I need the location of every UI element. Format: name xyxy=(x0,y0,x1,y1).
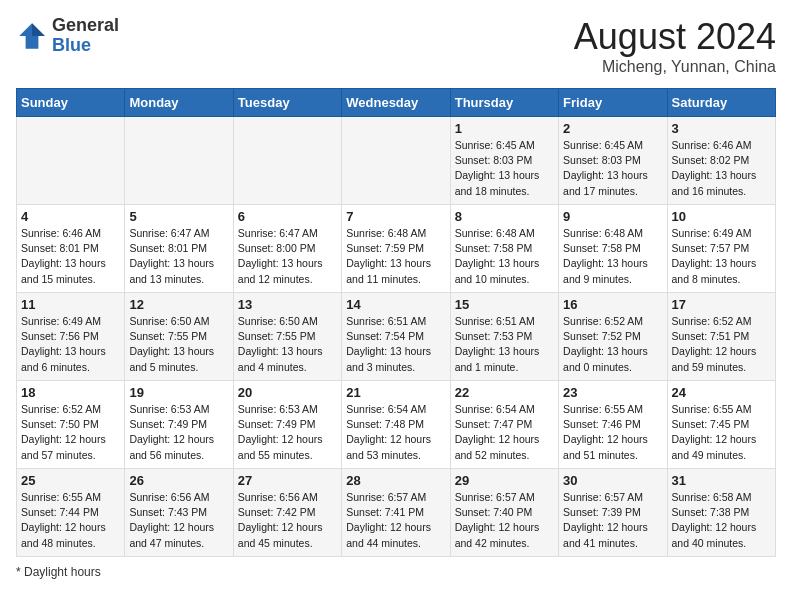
month-title: August 2024 xyxy=(574,16,776,58)
day-number: 18 xyxy=(21,385,120,400)
day-number: 16 xyxy=(563,297,662,312)
calendar-cell: 9Sunrise: 6:48 AM Sunset: 7:58 PM Daylig… xyxy=(559,205,667,293)
logo-blue-text: Blue xyxy=(52,36,119,56)
day-number: 31 xyxy=(672,473,771,488)
calendar-cell: 18Sunrise: 6:52 AM Sunset: 7:50 PM Dayli… xyxy=(17,381,125,469)
weekday-header: Wednesday xyxy=(342,89,450,117)
calendar-cell: 1Sunrise: 6:45 AM Sunset: 8:03 PM Daylig… xyxy=(450,117,558,205)
calendar-cell: 3Sunrise: 6:46 AM Sunset: 8:02 PM Daylig… xyxy=(667,117,775,205)
day-number: 3 xyxy=(672,121,771,136)
weekday-header: Thursday xyxy=(450,89,558,117)
calendar-cell: 28Sunrise: 6:57 AM Sunset: 7:41 PM Dayli… xyxy=(342,469,450,557)
calendar-cell: 22Sunrise: 6:54 AM Sunset: 7:47 PM Dayli… xyxy=(450,381,558,469)
day-number: 17 xyxy=(672,297,771,312)
calendar-cell: 11Sunrise: 6:49 AM Sunset: 7:56 PM Dayli… xyxy=(17,293,125,381)
calendar-cell: 26Sunrise: 6:56 AM Sunset: 7:43 PM Dayli… xyxy=(125,469,233,557)
day-info: Sunrise: 6:55 AM Sunset: 7:44 PM Dayligh… xyxy=(21,490,120,551)
weekday-header: Tuesday xyxy=(233,89,341,117)
day-info: Sunrise: 6:49 AM Sunset: 7:56 PM Dayligh… xyxy=(21,314,120,375)
day-info: Sunrise: 6:57 AM Sunset: 7:39 PM Dayligh… xyxy=(563,490,662,551)
calendar-cell: 30Sunrise: 6:57 AM Sunset: 7:39 PM Dayli… xyxy=(559,469,667,557)
day-number: 9 xyxy=(563,209,662,224)
calendar-cell: 5Sunrise: 6:47 AM Sunset: 8:01 PM Daylig… xyxy=(125,205,233,293)
day-info: Sunrise: 6:48 AM Sunset: 7:59 PM Dayligh… xyxy=(346,226,445,287)
day-info: Sunrise: 6:50 AM Sunset: 7:55 PM Dayligh… xyxy=(129,314,228,375)
weekday-header: Sunday xyxy=(17,89,125,117)
calendar-week-row: 11Sunrise: 6:49 AM Sunset: 7:56 PM Dayli… xyxy=(17,293,776,381)
day-number: 14 xyxy=(346,297,445,312)
day-info: Sunrise: 6:48 AM Sunset: 7:58 PM Dayligh… xyxy=(455,226,554,287)
day-info: Sunrise: 6:48 AM Sunset: 7:58 PM Dayligh… xyxy=(563,226,662,287)
weekday-header: Monday xyxy=(125,89,233,117)
day-number: 23 xyxy=(563,385,662,400)
day-number: 8 xyxy=(455,209,554,224)
weekday-header: Saturday xyxy=(667,89,775,117)
day-info: Sunrise: 6:57 AM Sunset: 7:41 PM Dayligh… xyxy=(346,490,445,551)
day-info: Sunrise: 6:46 AM Sunset: 8:02 PM Dayligh… xyxy=(672,138,771,199)
calendar-cell: 24Sunrise: 6:55 AM Sunset: 7:45 PM Dayli… xyxy=(667,381,775,469)
logo-icon xyxy=(16,20,48,52)
day-number: 26 xyxy=(129,473,228,488)
location-subtitle: Micheng, Yunnan, China xyxy=(574,58,776,76)
day-number: 12 xyxy=(129,297,228,312)
day-number: 11 xyxy=(21,297,120,312)
day-info: Sunrise: 6:50 AM Sunset: 7:55 PM Dayligh… xyxy=(238,314,337,375)
calendar-week-row: 1Sunrise: 6:45 AM Sunset: 8:03 PM Daylig… xyxy=(17,117,776,205)
day-info: Sunrise: 6:46 AM Sunset: 8:01 PM Dayligh… xyxy=(21,226,120,287)
day-number: 15 xyxy=(455,297,554,312)
day-number: 2 xyxy=(563,121,662,136)
calendar-cell: 4Sunrise: 6:46 AM Sunset: 8:01 PM Daylig… xyxy=(17,205,125,293)
day-number: 24 xyxy=(672,385,771,400)
day-number: 1 xyxy=(455,121,554,136)
calendar-cell: 12Sunrise: 6:50 AM Sunset: 7:55 PM Dayli… xyxy=(125,293,233,381)
day-number: 19 xyxy=(129,385,228,400)
day-info: Sunrise: 6:52 AM Sunset: 7:50 PM Dayligh… xyxy=(21,402,120,463)
calendar-cell: 15Sunrise: 6:51 AM Sunset: 7:53 PM Dayli… xyxy=(450,293,558,381)
day-number: 21 xyxy=(346,385,445,400)
day-info: Sunrise: 6:56 AM Sunset: 7:42 PM Dayligh… xyxy=(238,490,337,551)
day-info: Sunrise: 6:53 AM Sunset: 7:49 PM Dayligh… xyxy=(129,402,228,463)
day-number: 5 xyxy=(129,209,228,224)
day-info: Sunrise: 6:55 AM Sunset: 7:45 PM Dayligh… xyxy=(672,402,771,463)
page-header: General Blue August 2024 Micheng, Yunnan… xyxy=(16,16,776,76)
calendar-cell: 7Sunrise: 6:48 AM Sunset: 7:59 PM Daylig… xyxy=(342,205,450,293)
day-number: 30 xyxy=(563,473,662,488)
logo-general-text: General xyxy=(52,16,119,36)
day-info: Sunrise: 6:55 AM Sunset: 7:46 PM Dayligh… xyxy=(563,402,662,463)
calendar-cell: 16Sunrise: 6:52 AM Sunset: 7:52 PM Dayli… xyxy=(559,293,667,381)
day-info: Sunrise: 6:57 AM Sunset: 7:40 PM Dayligh… xyxy=(455,490,554,551)
day-info: Sunrise: 6:51 AM Sunset: 7:53 PM Dayligh… xyxy=(455,314,554,375)
day-info: Sunrise: 6:49 AM Sunset: 7:57 PM Dayligh… xyxy=(672,226,771,287)
day-number: 20 xyxy=(238,385,337,400)
calendar-cell xyxy=(233,117,341,205)
day-number: 22 xyxy=(455,385,554,400)
calendar-cell: 21Sunrise: 6:54 AM Sunset: 7:48 PM Dayli… xyxy=(342,381,450,469)
day-number: 27 xyxy=(238,473,337,488)
calendar-cell: 6Sunrise: 6:47 AM Sunset: 8:00 PM Daylig… xyxy=(233,205,341,293)
day-number: 28 xyxy=(346,473,445,488)
svg-marker-1 xyxy=(32,23,45,36)
calendar-cell: 2Sunrise: 6:45 AM Sunset: 8:03 PM Daylig… xyxy=(559,117,667,205)
day-info: Sunrise: 6:47 AM Sunset: 8:01 PM Dayligh… xyxy=(129,226,228,287)
day-number: 13 xyxy=(238,297,337,312)
day-info: Sunrise: 6:54 AM Sunset: 7:47 PM Dayligh… xyxy=(455,402,554,463)
calendar-cell xyxy=(125,117,233,205)
calendar-cell: 10Sunrise: 6:49 AM Sunset: 7:57 PM Dayli… xyxy=(667,205,775,293)
calendar-cell xyxy=(342,117,450,205)
day-info: Sunrise: 6:56 AM Sunset: 7:43 PM Dayligh… xyxy=(129,490,228,551)
day-number: 6 xyxy=(238,209,337,224)
calendar-cell: 14Sunrise: 6:51 AM Sunset: 7:54 PM Dayli… xyxy=(342,293,450,381)
calendar-cell: 23Sunrise: 6:55 AM Sunset: 7:46 PM Dayli… xyxy=(559,381,667,469)
day-number: 10 xyxy=(672,209,771,224)
calendar-week-row: 4Sunrise: 6:46 AM Sunset: 8:01 PM Daylig… xyxy=(17,205,776,293)
calendar-cell: 17Sunrise: 6:52 AM Sunset: 7:51 PM Dayli… xyxy=(667,293,775,381)
calendar-cell: 29Sunrise: 6:57 AM Sunset: 7:40 PM Dayli… xyxy=(450,469,558,557)
day-info: Sunrise: 6:58 AM Sunset: 7:38 PM Dayligh… xyxy=(672,490,771,551)
day-number: 29 xyxy=(455,473,554,488)
day-number: 4 xyxy=(21,209,120,224)
day-number: 25 xyxy=(21,473,120,488)
day-info: Sunrise: 6:52 AM Sunset: 7:52 PM Dayligh… xyxy=(563,314,662,375)
day-number: 7 xyxy=(346,209,445,224)
day-info: Sunrise: 6:51 AM Sunset: 7:54 PM Dayligh… xyxy=(346,314,445,375)
title-block: August 2024 Micheng, Yunnan, China xyxy=(574,16,776,76)
